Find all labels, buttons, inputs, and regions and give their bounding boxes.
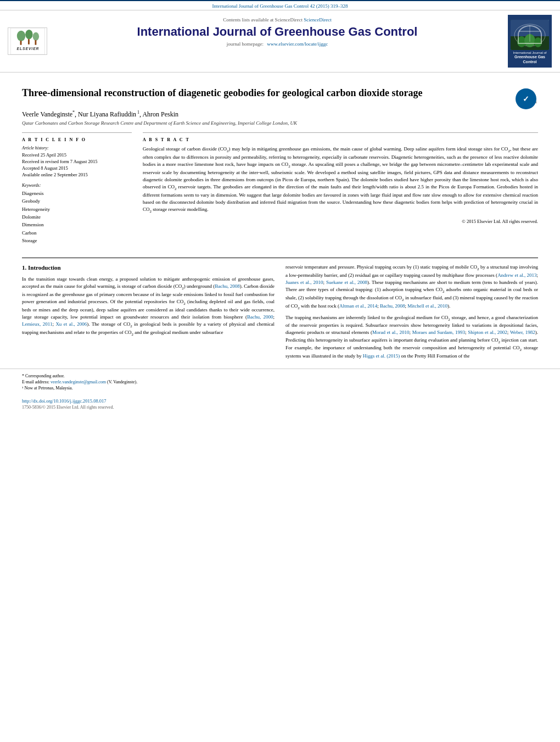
intro-para-2: reservoir temperature and pressure. Phys… (285, 264, 538, 311)
greenhouse-title: Greenhouse Gas Control (510, 55, 550, 64)
ref-shipton-2002[interactable]: Shipton et al., 2002 (468, 330, 507, 335)
intro-para-3: The trapping mechanisms are inherently l… (285, 314, 538, 360)
article-info-panel: A R T I C L E I N F O Article history: R… (22, 132, 132, 249)
accepted-date: Accepted 8 August 2015 (22, 165, 132, 172)
ref-altman-2014[interactable]: Altman et al., 2014 (339, 303, 377, 309)
homepage-label: journal homepage: (227, 41, 264, 47)
greenhouse-subtitle: International Journal of (510, 51, 550, 55)
article-content: Three-dimensional reconstruction of diag… (0, 72, 560, 369)
svg-point-1 (16, 31, 25, 41)
article-body: A R T I C L E I N F O Article history: R… (22, 132, 538, 249)
article-authors: Veerle Vandeginste*, Nur Liyana Rafiuddi… (22, 110, 538, 119)
keyword-storage: Storage (22, 237, 132, 244)
ref-bachu-2008b[interactable]: Bachu, 2008 (380, 303, 405, 309)
keyword-carbon: Carbon (22, 229, 132, 237)
crossmark-icon: ✓ (516, 88, 536, 109)
svg-rect-4 (20, 41, 21, 45)
keyword-geobody: Geobody (22, 197, 132, 205)
article-info-title: A R T I C L E I N F O (22, 137, 132, 142)
section-number: 1. Introduction (22, 264, 61, 271)
greenhouse-image (511, 20, 549, 50)
ref-andrew-2013[interactable]: Andrew et al., 2013 (497, 272, 536, 278)
received-date: Received 25 April 2015 (22, 152, 132, 159)
ref-morad-2010[interactable]: Morad et al., 2010 (372, 330, 410, 335)
abstract-text: Geological storage of carbon dioxide (CO… (143, 146, 538, 214)
main-col-right: reservoir temperature and pressure. Phys… (285, 264, 538, 364)
intro-heading: 1. Introduction (22, 264, 275, 272)
footnote-star: * Corresponding author. (22, 373, 538, 378)
svg-point-12 (524, 34, 535, 47)
svg-rect-15 (529, 25, 530, 42)
ref-bachu-2008[interactable]: Bachu, 2008 (215, 283, 240, 289)
footer-doi: http://dx.doi.org/10.1016/j.ijggc.2015.0… (0, 396, 560, 405)
page: International Journal of Greenhouse Gas … (0, 0, 560, 414)
journal-header-center: Contents lists available at ScienceDirec… (55, 15, 500, 68)
ref-weber-1982[interactable]: Weber, 1982 (510, 330, 535, 335)
svg-rect-5 (27, 39, 29, 44)
available-date: Available online 2 September 2015 (22, 172, 132, 178)
author-peskin: Ahron Peskin (142, 110, 178, 118)
footer-notes: * Corresponding author. E-mail address: … (0, 369, 560, 396)
journal-title: International Journal of Greenhouse Gas … (55, 25, 500, 39)
keyword-heterogeneity: Heterogeneity (22, 205, 132, 213)
footnote-1: ¹ Now at Petronas, Malaysia. (22, 386, 538, 390)
keywords-section: Keywords: Diagenesis Geobody Heterogenei… (22, 183, 132, 245)
svg-point-11 (517, 36, 526, 47)
greenhouse-journal-logo: International Journal of Greenhouse Gas … (508, 15, 552, 68)
article-affiliation: Qatar Carbonates and Carbon Storage Rese… (22, 120, 538, 126)
ref-moraes-1993[interactable]: Moraes and Surdam, 1993 (412, 330, 465, 335)
contents-line: Contents lists available at ScienceDirec… (55, 17, 500, 23)
keyword-diagenesis: Diagenesis (22, 189, 132, 197)
keywords-list: Diagenesis Geobody Heterogeneity Dolomit… (22, 189, 132, 245)
journal-banner: International Journal of Greenhouse Gas … (0, 0, 560, 10)
intro-para-1: In the transition stage towards clean en… (22, 276, 275, 337)
greenhouse-logo-area: International Journal of Greenhouse Gas … (505, 15, 555, 68)
author-vandeginste: Veerle Vandeginste (22, 110, 72, 118)
abstract-title: A B S T R A C T (143, 137, 538, 142)
svg-point-2 (25, 30, 32, 39)
keyword-dolomite: Dolomite (22, 213, 132, 221)
author-rafiuddin: Nur Liyana Rafiuddin (78, 110, 136, 118)
contents-text: Contents lists available at ScienceDirec… (223, 17, 303, 23)
svg-rect-9 (511, 36, 549, 50)
footer-copyright: 1750-5836/© 2015 Elsevier Ltd. All right… (0, 405, 560, 414)
copyright-line: © 2015 Elsevier Ltd. All rights reserved… (143, 219, 538, 224)
article-history: Article history: Received 25 April 2015 … (22, 146, 132, 178)
sciencedirect-link[interactable]: ScienceDirect (304, 17, 331, 23)
homepage-url[interactable]: www.elsevier.com/locate/ijggc (267, 41, 328, 47)
ref-xu-2006[interactable]: Xu et al., 2006 (55, 321, 87, 327)
keyword-dimension: Dimension (22, 221, 132, 228)
svg-point-3 (32, 32, 39, 41)
ref-bachu-2000[interactable]: Bachu, 2000 (247, 314, 273, 320)
keywords-label: Keywords: (22, 183, 132, 188)
svg-text:ELSEVIER: ELSEVIER (16, 47, 39, 51)
elsevier-logo-area: ELSEVIER (5, 15, 49, 68)
ref-higgs-2015[interactable]: Higgs et al. (2015) (363, 353, 400, 359)
elsevier-logo: ELSEVIER (8, 27, 47, 55)
svg-text:✓: ✓ (523, 94, 529, 103)
history-label: Article history: (22, 146, 132, 150)
author-email-link[interactable]: veerle.vandeginste@gmail.com (51, 380, 106, 384)
footnote-email: E-mail address: veerle.vandeginste@gmail… (22, 380, 538, 384)
article-title: Three-dimensional reconstruction of diag… (22, 87, 538, 99)
svg-rect-14 (519, 31, 541, 32)
revised-date: Received in revised form 7 August 2015 (22, 159, 132, 165)
svg-rect-6 (35, 40, 36, 45)
journal-header: ELSEVIER Contents lists available at Sci… (0, 10, 560, 72)
main-body: 1. Introduction In the transition stage … (22, 264, 538, 364)
ref-juanes-2010[interactable]: Juanes et al., 2010 (285, 280, 323, 285)
section-divider (22, 258, 538, 258)
journal-citation: International Journal of Greenhouse Gas … (212, 3, 348, 9)
svg-point-13 (534, 37, 542, 47)
crossmark-label: CrossMark (22, 99, 538, 104)
and-text: and (340, 272, 347, 278)
main-col-left: 1. Introduction In the transition stage … (22, 264, 275, 364)
article-title-area: Three-dimensional reconstruction of diag… (22, 87, 538, 104)
crossmark-area: ✓ (513, 87, 538, 111)
ref-lemieux-2011[interactable]: Lemieux, 2011 (22, 321, 52, 327)
abstract-section: A B S T R A C T Geological storage of ca… (143, 132, 538, 249)
journal-homepage: journal homepage: www.elsevier.com/locat… (55, 41, 500, 47)
ref-mitchell-2010[interactable]: Mitchell et al., 2010 (407, 303, 447, 309)
doi-link[interactable]: http://dx.doi.org/10.1016/j.ijggc.2015.0… (22, 398, 107, 404)
ref-suekane-2008[interactable]: Suekane et al., 2008 (326, 280, 367, 285)
